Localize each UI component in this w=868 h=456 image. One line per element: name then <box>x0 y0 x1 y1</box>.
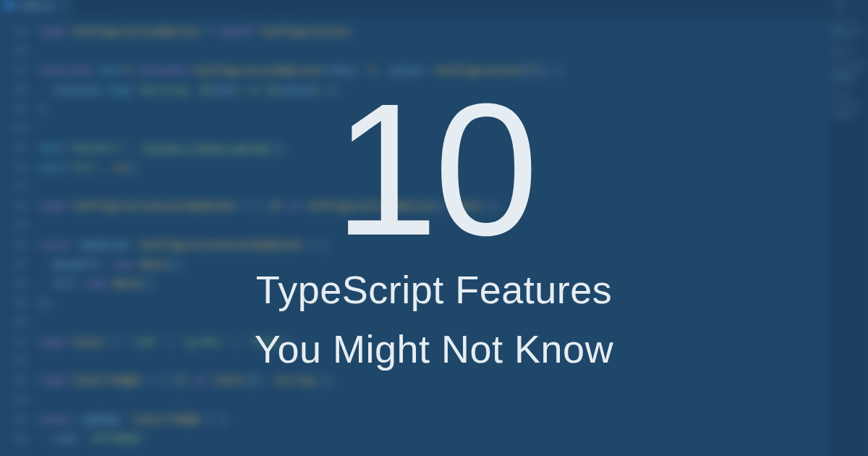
headline-line-2: You Might Not Know <box>255 326 613 371</box>
headline-emph: Type <box>256 268 342 311</box>
headline-line-1: TypeScript Features <box>256 267 613 312</box>
headline: 10 TypeScript Features You Might Not Kno… <box>0 0 868 456</box>
headline-number: 10 <box>333 85 534 254</box>
